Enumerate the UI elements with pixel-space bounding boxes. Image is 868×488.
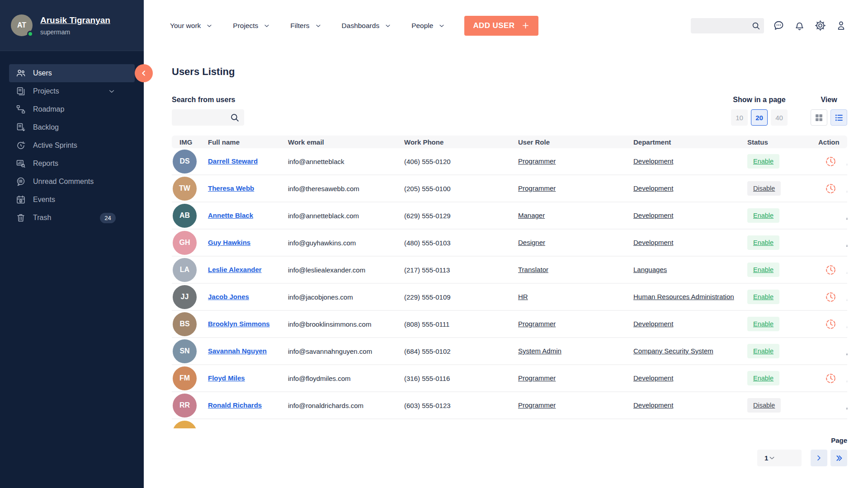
department-link[interactable]: Development — [633, 211, 673, 219]
status-badge[interactable]: Enable — [747, 344, 779, 358]
history-icon[interactable] — [825, 264, 837, 276]
page-select-dropdown[interactable]: 1 — [757, 450, 802, 466]
user-role-link[interactable]: Programmer — [518, 184, 556, 192]
edit-icon[interactable] — [845, 183, 847, 195]
edit-icon[interactable] — [845, 399, 847, 412]
search-icon[interactable] — [229, 112, 241, 123]
user-name-link[interactable]: Jacob Jones — [208, 293, 249, 300]
edit-icon[interactable] — [845, 264, 847, 276]
nav-filters[interactable]: Filters — [290, 22, 321, 30]
sidebar-item-trash[interactable]: Trash 24 — [9, 209, 135, 227]
user-name-link[interactable]: Ronald Richards — [208, 401, 262, 409]
nav-projects[interactable]: Projects — [233, 22, 270, 30]
user-role-link[interactable]: System Admin — [518, 347, 561, 355]
user-role-link[interactable]: Programmer — [518, 320, 556, 328]
top-right-controls — [691, 18, 847, 33]
edit-icon[interactable] — [845, 345, 847, 357]
user-role-link[interactable]: Designer — [518, 239, 545, 246]
user-role-link[interactable]: Translator — [518, 266, 548, 273]
page-size-40-button[interactable]: 40 — [771, 109, 788, 126]
settings-button[interactable] — [814, 19, 826, 32]
sidebar-collapse-button[interactable] — [135, 64, 153, 82]
sidebar-item-projects[interactable]: Projects — [9, 82, 135, 100]
history-icon[interactable] — [825, 372, 837, 385]
status-badge[interactable]: Enable — [747, 208, 779, 223]
list-view-button[interactable] — [830, 109, 847, 126]
history-icon[interactable] — [825, 155, 837, 168]
sidebar-item-events[interactable]: Events — [9, 191, 135, 209]
avatar-initials: AB — [179, 211, 190, 220]
sidebar-item-roadmap[interactable]: Roadmap — [9, 100, 135, 118]
sidebar-menu: Users Projects Roadmap Backlog Active Sp… — [0, 64, 144, 227]
page-size-10-button[interactable]: 10 — [731, 109, 748, 126]
work-email: info@annetteblack — [288, 158, 404, 165]
status-badge[interactable]: Disable — [747, 181, 781, 196]
edit-icon[interactable] — [845, 210, 847, 222]
department-link[interactable]: Development — [633, 157, 673, 165]
user-name-link[interactable]: Savannah Nguyen — [208, 347, 267, 355]
account-button[interactable] — [835, 19, 847, 32]
department-link[interactable]: Human Resources Administration — [633, 293, 734, 300]
add-user-button[interactable]: ADD USER — [464, 16, 538, 36]
nav-dashboards[interactable]: Dashboards — [342, 22, 392, 30]
global-search-input[interactable] — [691, 18, 793, 33]
user-role-link[interactable]: Programmer — [518, 401, 556, 409]
user-name-link[interactable]: Theresa Webb — [208, 184, 254, 192]
department-link[interactable]: Development — [633, 184, 673, 192]
user-role-link[interactable]: Programmer — [518, 157, 556, 165]
user-name-link[interactable]: Brooklyn Simmons — [208, 320, 270, 328]
status-badge[interactable]: Enable — [747, 235, 779, 250]
grid-view-button[interactable] — [811, 109, 827, 126]
avatar[interactable]: AT — [11, 14, 33, 36]
history-icon[interactable] — [825, 291, 837, 303]
reports-icon — [15, 158, 26, 169]
user-name-link[interactable]: Guy Hawkins — [208, 239, 250, 246]
actions-cell — [818, 345, 847, 357]
sidebar-item-active-sprints[interactable]: Active Sprints — [9, 136, 135, 155]
department-link[interactable]: Development — [633, 401, 673, 409]
next-page-button[interactable] — [811, 450, 827, 466]
chevron-down-icon — [384, 22, 392, 29]
table-row: JJ Jacob Jones info@jacobjones.com (229)… — [172, 284, 847, 311]
profile-name-link[interactable]: Arusik Tigranyan — [40, 15, 110, 25]
edit-icon[interactable] — [845, 155, 847, 168]
history-icon[interactable] — [825, 318, 837, 330]
status-badge[interactable]: Enable — [747, 371, 779, 385]
department-link[interactable]: Company Security System — [633, 347, 713, 355]
status-badge[interactable]: Enable — [747, 263, 779, 277]
user-role-link[interactable]: Programmer — [518, 374, 556, 382]
user-name-link[interactable]: Floyd Miles — [208, 374, 245, 382]
page-label: Page — [831, 436, 847, 444]
search-icon[interactable] — [750, 20, 761, 31]
avatar: JJ — [173, 285, 197, 309]
user-role-link[interactable]: Manager — [518, 211, 545, 219]
page-size-20-button[interactable]: 20 — [751, 109, 768, 126]
edit-icon[interactable] — [845, 318, 847, 330]
status-badge[interactable]: Enable — [747, 317, 779, 331]
user-name-link[interactable]: Annette Black — [208, 211, 253, 219]
last-page-button[interactable] — [830, 450, 847, 466]
sidebar-item-reports[interactable]: Reports — [9, 155, 135, 173]
users-search-input[interactable] — [172, 109, 274, 126]
notifications-button[interactable] — [793, 19, 806, 32]
status-badge[interactable]: Enable — [747, 154, 779, 169]
status-badge[interactable]: Disable — [747, 398, 781, 413]
department-link[interactable]: Development — [633, 374, 673, 382]
nav-people[interactable]: People — [411, 22, 445, 30]
user-role-link[interactable]: HR — [518, 293, 528, 300]
sidebar-item-users[interactable]: Users — [9, 64, 135, 82]
department-link[interactable]: Development — [633, 239, 673, 246]
show-in-page-label: Show in a page — [731, 96, 788, 104]
sidebar-item-unread-comments[interactable]: Unread Comments — [9, 173, 135, 191]
user-name-link[interactable]: Darrell Steward — [208, 157, 258, 165]
department-link[interactable]: Development — [633, 320, 673, 328]
department-link[interactable]: Languages — [633, 266, 667, 273]
nav-your-work[interactable]: Your work — [170, 22, 213, 30]
edit-icon[interactable] — [845, 372, 847, 385]
history-icon[interactable] — [825, 183, 837, 195]
sidebar-item-backlog[interactable]: Backlog — [9, 118, 135, 136]
status-badge[interactable]: Enable — [747, 290, 779, 304]
user-name-link[interactable]: Leslie Alexander — [208, 266, 262, 273]
edit-icon[interactable] — [845, 291, 847, 303]
edit-icon[interactable] — [845, 237, 847, 249]
